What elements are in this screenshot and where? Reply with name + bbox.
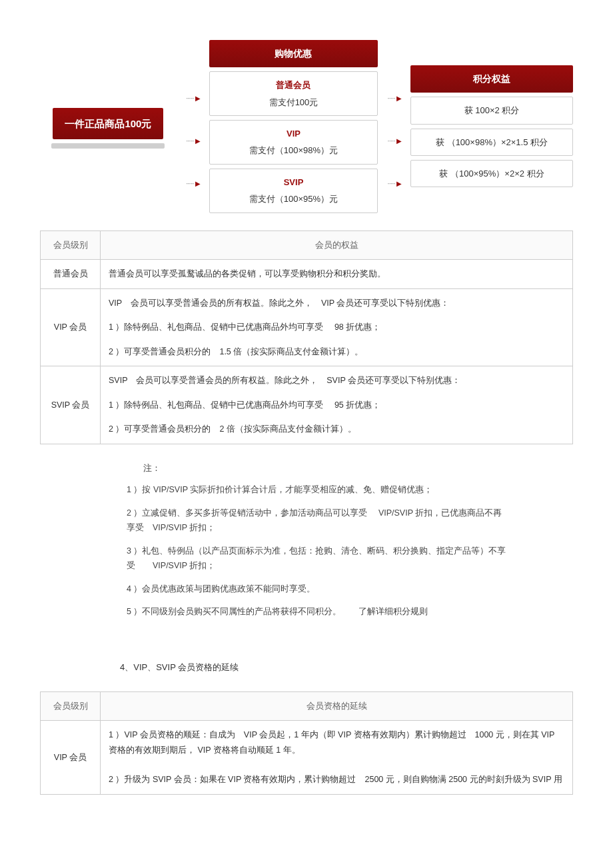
- arrow-icon: [186, 91, 200, 106]
- note-item: 5 ）不同级别会员购买不同属性的产品将获得不同积分。 了解详细积分规则: [127, 604, 506, 620]
- tier-pay: 需支付（100×98%）元: [214, 143, 374, 158]
- level-cell: SVIP 会员: [41, 366, 101, 444]
- table-row: VIP 会员 VIP 会员可以享受普通会员的所有权益。除此之外， VIP 会员还…: [41, 288, 573, 366]
- table-row: SVIP 会员 SVIP 会员可以享受普通会员的所有权益。除此之外， SVIP …: [41, 366, 573, 444]
- renew-line: 2 ）升级为 SVIP 会员：如果在 VIP 资格有效期内，累计购物超过 250…: [109, 772, 564, 787]
- points-box-vip: 获 （100×98%）×2×1.5 积分: [410, 129, 573, 156]
- rights-line: 2 ）可享受普通会员积分的 2 倍（按实际商品支付金额计算）。: [109, 422, 564, 437]
- arrow-icon: [387, 134, 401, 149]
- section-4-title: 4、VIP、SVIP 会员资格的延续: [120, 659, 573, 675]
- note-item: 3 ）礼包、特例品（以产品页面标示为准，包括：抢购、清仓、断码、积分换购、指定产…: [127, 544, 506, 574]
- diagram-left: 一件正品商品100元: [40, 108, 177, 149]
- rights-cell: SVIP 会员可以享受普通会员的所有权益。除此之外， SVIP 会员还可享受以下…: [101, 366, 573, 444]
- tier-name: 普通会员: [214, 77, 374, 93]
- tier-pay: 需支付100元: [214, 95, 374, 110]
- rights-line: 1 ）除特例品、礼包商品、促销中已优惠商品外均可享受 95 折优惠；: [109, 398, 564, 413]
- arrow-icon: [387, 91, 401, 106]
- arrow-icon: [186, 177, 200, 191]
- points-box-regular: 获 100×2 积分: [410, 97, 573, 124]
- benefits-diagram: 一件正品商品100元 购物优惠 普通会员 需支付100元 VIP 需支付（100…: [40, 40, 573, 217]
- tier-name: SVIP: [214, 175, 374, 190]
- points-column: 积分权益 获 100×2 积分 获 （100×98%）×2×1.5 积分 获 （…: [410, 65, 573, 191]
- notes-section: 注： 1 ）按 VIP/SVIP 实际折扣价计算合计后，才能享受相应的减、免、赠…: [40, 461, 573, 620]
- rights-line: 2 ）可享受普通会员积分的 1.5 倍（按实际商品支付金额计算）。: [109, 344, 564, 360]
- product-price-box: 一件正品商品100元: [53, 108, 163, 139]
- rights-line: SVIP 会员可以享受普通会员的所有权益。除此之外， SVIP 会员还可享受以下…: [109, 373, 564, 388]
- renew-line: 1 ）VIP 会员资格的顺延：自成为 VIP 会员起，1 年内（即 VIP 资格…: [109, 727, 564, 757]
- discount-column: 购物优惠 普通会员 需支付100元 VIP 需支付（100×98%）元 SVIP…: [209, 40, 378, 217]
- col-renew-header: 会员资格的延续: [101, 691, 573, 721]
- col-level-header: 会员级别: [41, 691, 101, 721]
- arrow-icon: [387, 177, 401, 191]
- note-item: 4 ）会员优惠政策与团购优惠政策不能同时享受。: [127, 582, 506, 597]
- tier-box-svip: SVIP 需支付（100×95%）元: [209, 169, 378, 213]
- table-row: 普通会员 普通会员可以享受孤鹜诚品的各类促销，可以享受购物积分和积分奖励。: [41, 260, 573, 289]
- product-box-shadow: [51, 143, 165, 149]
- arrow-col-1: [177, 50, 209, 207]
- level-cell: VIP 会员: [41, 288, 101, 366]
- rights-line: VIP 会员可以享受普通会员的所有权益。除此之外， VIP 会员还可享受以下特别…: [109, 296, 564, 311]
- points-header: 积分权益: [410, 65, 573, 93]
- note-item: 1 ）按 VIP/SVIP 实际折扣价计算合计后，才能享受相应的减、免、赠促销优…: [127, 482, 506, 498]
- tier-name: VIP: [214, 126, 374, 141]
- benefits-table: 会员级别 会员的权益 普通会员 普通会员可以享受孤鹜诚品的各类促销，可以享受购物…: [40, 230, 573, 444]
- document-page: 一件正品商品100元 购物优惠 普通会员 需支付100元 VIP 需支付（100…: [0, 0, 613, 838]
- renew-cell: 1 ）VIP 会员资格的顺延：自成为 VIP 会员起，1 年内（即 VIP 资格…: [101, 721, 573, 795]
- tier-box-vip: VIP 需支付（100×98%）元: [209, 120, 378, 165]
- table-row: VIP 会员 1 ）VIP 会员资格的顺延：自成为 VIP 会员起，1 年内（即…: [41, 721, 573, 795]
- col-level-header: 会员级别: [41, 230, 101, 260]
- rights-cell: 普通会员可以享受孤鹜诚品的各类促销，可以享受购物积分和积分奖励。: [101, 260, 573, 289]
- note-item: 2 ）立减促销、多买多折等促销活动中，参加活动商品可以享受 VIP/SVIP 折…: [127, 506, 506, 536]
- rights-line: 1 ）除特例品、礼包商品、促销中已优惠商品外均可享受 98 折优惠；: [109, 320, 564, 335]
- arrow-col-2: [378, 50, 410, 207]
- col-rights-header: 会员的权益: [101, 230, 573, 260]
- renewal-table: 会员级别 会员资格的延续 VIP 会员 1 ）VIP 会员资格的顺延：自成为 V…: [40, 691, 573, 795]
- discount-header: 购物优惠: [209, 40, 378, 67]
- level-cell: 普通会员: [41, 260, 101, 289]
- points-box-svip: 获 （100×95%）×2×2 积分: [410, 160, 573, 187]
- rights-cell: VIP 会员可以享受普通会员的所有权益。除此之外， VIP 会员还可享受以下特别…: [101, 288, 573, 366]
- tier-box-regular: 普通会员 需支付100元: [209, 71, 378, 116]
- rights-line: 普通会员可以享受孤鹜诚品的各类促销，可以享受购物积分和积分奖励。: [109, 266, 564, 282]
- level-cell: VIP 会员: [41, 721, 101, 795]
- notes-title: 注：: [127, 461, 506, 476]
- arrow-icon: [186, 134, 200, 149]
- tier-pay: 需支付（100×95%）元: [214, 191, 374, 207]
